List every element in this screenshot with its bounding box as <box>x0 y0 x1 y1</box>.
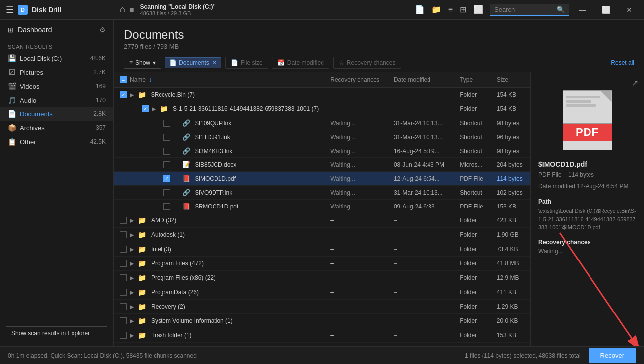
row-checkbox[interactable] <box>120 246 127 253</box>
table-row[interactable]: ▶ 📁 AMD (32) – – Folder 423 KB <box>114 213 530 228</box>
table-row[interactable]: ▶ 📁 System Volume Information (1) – – Fo… <box>114 314 530 328</box>
close-button[interactable]: ✕ <box>620 0 638 20</box>
toolbar-folder-icon[interactable]: 📁 <box>429 3 444 16</box>
pictures-icon: 🖼 <box>8 68 16 76</box>
row-checkbox[interactable] <box>120 260 127 267</box>
home-button[interactable]: ⌂ <box>120 4 125 15</box>
size-cell: 20.0 KB <box>491 314 530 328</box>
expand-arrow[interactable]: ▶ <box>152 106 156 112</box>
table-row[interactable]: 🔗 $I3M4KH3.lnk Waiting... 16-Aug-24 5:19… <box>114 144 530 158</box>
row-checkbox[interactable]: ✓ <box>142 105 149 112</box>
table-row[interactable]: 🔗 $I1TDJ91.lnk Waiting... 31-Mar-24 10:1… <box>114 130 530 144</box>
toolbar-list-icon[interactable]: ≡ <box>445 3 456 16</box>
search-input[interactable] <box>494 6 554 13</box>
recovery-cell: Waiting... <box>324 158 388 172</box>
folder-icon: 📁 <box>138 231 146 239</box>
row-checkbox[interactable] <box>163 203 170 210</box>
table-row[interactable]: ▶ 📁 Intel (3) – – Folder 73.4 KB <box>114 242 530 257</box>
sidebar-item-pictures[interactable]: 🖼 Pictures 2.7K <box>0 65 113 79</box>
sidebar-item-local-disk[interactable]: 💾 Local Disk (C:) 48.6K <box>0 52 113 65</box>
file-name: $Recycle.Bin (7) <box>151 91 195 98</box>
other-icon: 📋 <box>8 138 16 146</box>
table-row[interactable]: ▶ 📁 Recovery (2) – – Folder 1.29 KB <box>114 300 530 314</box>
row-checkbox[interactable] <box>163 134 170 141</box>
table-row[interactable]: 📕 $RMOCD1D.pdf Waiting... 09-Aug-24 6:33… <box>114 200 530 213</box>
reset-all-button[interactable]: Reset all <box>611 59 634 66</box>
row-checkbox[interactable]: ✓ <box>120 91 127 98</box>
type-cell: Folder <box>454 300 491 314</box>
row-checkbox[interactable] <box>120 303 127 310</box>
row-checkbox[interactable] <box>120 332 127 339</box>
sidebar-item-other[interactable]: 📋 Other 42.5K <box>0 135 113 149</box>
preview-open-external-button[interactable]: ↗ <box>632 78 638 88</box>
pictures-count: 2.7K <box>93 69 106 76</box>
recovery-cell: Waiting... <box>324 116 388 130</box>
minimize-button[interactable]: — <box>573 0 592 20</box>
expand-arrow[interactable]: ▶ <box>130 275 134 281</box>
type-cell: Folder <box>454 328 491 343</box>
date-cell: – <box>388 213 454 228</box>
table-row[interactable]: ✓ 📕 $IMOCD1D.pdf Waiting... 12-Aug-24 6:… <box>114 172 530 186</box>
expand-arrow[interactable]: ▶ <box>130 304 134 310</box>
select-all-checkbox[interactable]: – <box>120 76 127 83</box>
maximize-button[interactable]: ⬜ <box>596 0 616 20</box>
sidebar-item-archives[interactable]: 📦 Archives 357 <box>0 121 113 135</box>
col-size-header: Size <box>491 72 530 88</box>
row-checkbox[interactable] <box>120 231 127 238</box>
row-checkbox[interactable] <box>120 317 127 324</box>
show-label: Show <box>135 59 150 66</box>
row-checkbox[interactable] <box>163 120 170 127</box>
table-row[interactable]: 🔗 $I109QUP.lnk Waiting... 31-Mar-24 10:1… <box>114 116 530 130</box>
sidebar-item-audio[interactable]: 🎵 Audio 170 <box>0 93 113 107</box>
settings-icon[interactable]: ⚙ <box>99 26 106 34</box>
toolbar-file-icon[interactable]: 📄 <box>412 3 428 16</box>
table-row[interactable]: ▶ 📁 Autodesk (1) – – Folder 1.90 GB <box>114 228 530 242</box>
expand-arrow[interactable]: ▶ <box>130 289 134 296</box>
table-row[interactable]: ▶ 📁 ProgramData (26) – – Folder 411 KB <box>114 285 530 300</box>
file-name: $IVO9DTP.lnk <box>195 189 232 196</box>
expand-arrow[interactable]: ▶ <box>130 217 134 224</box>
table-row[interactable]: ▶ 📁 Program Files (472) – – Folder 41.8 … <box>114 257 530 271</box>
active-filter-tag[interactable]: 📄 Documents ✕ <box>165 57 221 68</box>
row-checkbox[interactable] <box>163 189 170 196</box>
preview-date-modified: Date modified 12-Aug-24 6:54 PM <box>538 182 636 191</box>
col-name-header[interactable]: – Name ↓ <box>114 72 324 88</box>
row-checkbox[interactable] <box>120 217 127 224</box>
size-cell: 41.8 MB <box>491 257 530 271</box>
table-row[interactable]: 🔗 $IVO9DTP.lnk Waiting... 31-Mar-24 10:1… <box>114 186 530 200</box>
recovery-cell: – <box>324 102 388 116</box>
date-modified-filter-button[interactable]: 📅 Date modified <box>272 57 329 69</box>
filter-close-icon[interactable]: ✕ <box>212 59 217 66</box>
expand-arrow[interactable]: ▶ <box>130 246 134 253</box>
expand-arrow[interactable]: ▶ <box>130 318 134 324</box>
file-size-filter-button[interactable]: 📄 File size <box>225 57 268 69</box>
toolbar-grid-icon[interactable]: ⊞ <box>457 3 469 16</box>
type-cell: Shortcut <box>454 144 491 158</box>
table-row[interactable]: ▶ 📁 Trash folder (1) – – Folder 153 KB <box>114 328 530 343</box>
table-row[interactable]: ▶ 📁 Program Files (x86) (22) – – Folder … <box>114 271 530 285</box>
archives-icon: 📦 <box>8 124 16 132</box>
row-checkbox[interactable] <box>120 274 127 281</box>
sidebar-item-videos[interactable]: 🎬 Videos 169 <box>0 79 113 93</box>
expand-arrow[interactable]: ▶ <box>130 260 134 267</box>
row-checkbox[interactable] <box>120 289 127 296</box>
table-row[interactable]: 📝 $IB85JCD.docx Waiting... 08-Jun-24 4:4… <box>114 158 530 172</box>
documents-count: 2.8K <box>93 110 106 117</box>
sidebar-item-documents[interactable]: 📄 Documents 2.8K <box>0 107 113 121</box>
expand-arrow[interactable]: ▶ <box>130 232 134 238</box>
dashboard-label[interactable]: Dashboard <box>18 26 52 34</box>
table-row[interactable]: ✓ ▶ 📁 S-1-5-21-336111816-4149441382-6598… <box>114 102 530 116</box>
expand-arrow[interactable]: ▶ <box>130 332 134 339</box>
row-checkbox[interactable] <box>163 148 170 155</box>
recover-button[interactable]: Recover <box>589 348 636 363</box>
expand-arrow[interactable]: ▶ <box>130 92 134 98</box>
hamburger-icon[interactable]: ☰ <box>6 4 14 15</box>
row-checkbox[interactable]: ✓ <box>163 175 170 182</box>
show-filter-button[interactable]: ≡ Show ▾ <box>124 57 161 69</box>
show-explorer-button[interactable]: Show scan results in Explorer <box>6 326 107 340</box>
row-checkbox[interactable] <box>163 161 170 168</box>
recovery-chances-filter-button[interactable]: ☆ Recovery chances <box>333 57 401 69</box>
table-row[interactable]: ✓ ▶ 📁 $Recycle.Bin (7) – – Folder 154 KB <box>114 88 530 102</box>
toolbar-panel-icon[interactable]: ⬜ <box>470 3 486 16</box>
recovery-cell: – <box>324 271 388 285</box>
